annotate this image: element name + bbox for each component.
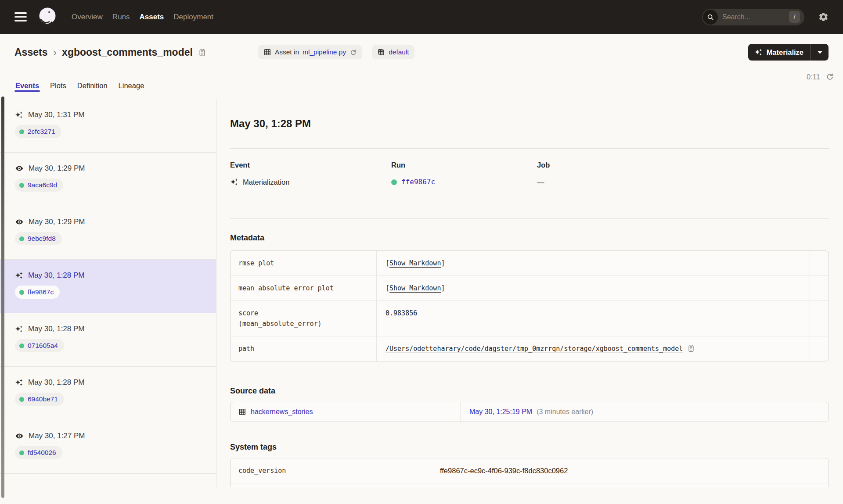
job-value: —: [537, 176, 829, 188]
run-id-text: 6940be71: [28, 395, 58, 403]
nav-link-runs[interactable]: Runs: [112, 13, 130, 21]
source-time-note: (3 minutes earlier): [537, 408, 593, 416]
system-tag-value-cell: ffe9867c-ec9c-4f06-939c-f8dc830c0962: [431, 458, 829, 483]
run-id-text: 9ebc9fd8: [28, 235, 56, 243]
event-list-item[interactable]: May 30, 1:29 PM9ebc9fd8: [0, 206, 216, 260]
show-markdown-link[interactable]: Show Markdown: [389, 259, 441, 267]
metadata-text-value: 0.983856: [385, 308, 417, 318]
run-status-dot: [19, 450, 24, 455]
observation-icon: [15, 432, 24, 440]
run-id-link[interactable]: 6940be71: [15, 393, 64, 406]
system-tag-value: ffe9867c-ec9c-4f06-939c-f8dc830c0962: [440, 465, 568, 476]
tab-events[interactable]: Events: [14, 82, 40, 99]
copy-asset-name-icon[interactable]: [198, 48, 206, 57]
asset-name: xgboost_comments_model: [62, 46, 193, 58]
run-status-dot: [19, 129, 24, 134]
event-list-item[interactable]: May 30, 1:31 PM2cfc3271: [0, 99, 216, 153]
run-status-dot: [391, 179, 397, 185]
divider: [230, 148, 829, 149]
event-timestamp: May 30, 1:29 PM: [29, 164, 85, 173]
run-status-dot: [19, 290, 24, 295]
event-list-item[interactable]: May 30, 1:27 PMfd540026: [0, 420, 216, 474]
code-location-badge: Asset in ml_pipeline.py: [258, 45, 362, 59]
run-id-text: ffe9867c: [28, 288, 54, 296]
tab-plots[interactable]: Plots: [49, 82, 67, 99]
refresh-icon[interactable]: [825, 72, 834, 81]
run-id-link[interactable]: ffe9867c: [15, 286, 60, 299]
run-id-link[interactable]: 9aca6c9d: [15, 179, 63, 192]
copy-path-icon[interactable]: [687, 344, 695, 352]
job-column-label: Job: [537, 160, 829, 170]
row-end-cell: [810, 301, 829, 336]
source-asset-link[interactable]: hackernews_stories: [251, 408, 313, 416]
run-link[interactable]: ffe9867c: [401, 176, 435, 188]
tab-lineage[interactable]: Lineage: [118, 82, 145, 99]
system-tags-table: code_versionffe9867c-ec9c-4f06-939c-f8dc…: [230, 458, 829, 487]
path-link[interactable]: /Users/odetteharary/code/dagster/tmp_0mz…: [385, 343, 683, 354]
event-list-item[interactable]: May 30, 1:29 PM9aca6c9d: [0, 153, 216, 206]
run-id-link[interactable]: fd540026: [15, 446, 62, 459]
metadata-value: 0.983856: [377, 301, 810, 336]
event-list-item[interactable]: May 30, 1:28 PM071605a4: [0, 313, 216, 367]
materialization-icon: [15, 111, 23, 119]
metadata-heading: Metadata: [230, 232, 829, 243]
run-status-dot: [19, 183, 24, 188]
event-list-item[interactable]: May 30, 1:28 PMffe9867c: [0, 260, 216, 313]
run-id-link[interactable]: 2cfc3271: [15, 125, 61, 138]
observation-icon: [15, 218, 24, 226]
menu-icon[interactable]: [14, 12, 27, 21]
materialization-icon: [15, 325, 23, 333]
materialize-label: Materialize: [767, 48, 803, 57]
event-list-item[interactable]: May 30, 1:28 PM6940be71: [0, 367, 216, 420]
source-time-cell: May 30, 1:25:19 PM(3 minutes earlier): [461, 402, 829, 422]
breadcrumb-separator: ›: [53, 48, 57, 57]
asset-group-badge: default: [372, 45, 414, 59]
system-tag-row-partial: [231, 483, 829, 487]
system-tags-heading: System tags: [230, 441, 829, 453]
source-data-heading: Source data: [230, 385, 829, 397]
metadata-key: path: [231, 336, 377, 361]
event-list: May 30, 1:31 PM2cfc3271May 30, 1:29 PM9a…: [0, 99, 216, 487]
source-data-row: hackernews_storiesMay 30, 1:25:19 PM(3 m…: [231, 402, 829, 422]
asset-grid-icon: [263, 48, 271, 56]
bracket: ]: [441, 284, 445, 292]
run-status-dot: [19, 236, 24, 241]
run-status-dot: [19, 343, 24, 348]
nav-link-assets[interactable]: Assets: [140, 13, 164, 21]
system-tag-row: code_versionffe9867c-ec9c-4f06-939c-f8dc…: [231, 458, 829, 483]
code-location-link[interactable]: ml_pipeline.py: [303, 48, 346, 56]
source-data-table: hackernews_storiesMay 30, 1:25:19 PM(3 m…: [230, 402, 829, 422]
sparkle-icon: [754, 48, 763, 57]
bracket: [: [385, 259, 389, 267]
materialize-button[interactable]: Materialize: [748, 44, 829, 61]
source-materialization-time-link[interactable]: May 30, 1:25:19 PM: [469, 408, 532, 416]
metadata-row: mean_absolute_error plot[Show Markdown]: [231, 275, 829, 300]
nav-link-overview[interactable]: Overview: [72, 13, 103, 21]
asset-header: Assets › xgboost_comments_model Asset in…: [0, 43, 843, 99]
event-timestamp: May 30, 1:29 PM: [29, 218, 85, 226]
row-end-cell: [810, 276, 829, 300]
asset-group-link[interactable]: default: [389, 48, 409, 56]
nav-link-deployment[interactable]: Deployment: [173, 13, 213, 21]
materialization-icon: [15, 379, 23, 387]
top-navigation-bar: OverviewRunsAssetsDeployment Search... /: [0, 0, 843, 34]
source-asset-cell: hackernews_stories: [231, 402, 461, 422]
reload-location-icon[interactable]: [349, 49, 357, 56]
asset-grid-icon: [238, 408, 246, 416]
system-tag-key: code_version: [231, 458, 431, 483]
run-id-link[interactable]: 9ebc9fd8: [15, 232, 62, 245]
scrollbar[interactable]: [1, 97, 4, 498]
search-icon: [703, 10, 718, 25]
run-id-link[interactable]: 071605a4: [15, 339, 64, 352]
search-input[interactable]: Search... /: [702, 9, 804, 25]
divider: [230, 218, 829, 219]
show-markdown-link[interactable]: Show Markdown: [389, 284, 441, 292]
run-status-dot: [19, 397, 24, 402]
dagster-logo[interactable]: [37, 7, 58, 28]
metadata-key: score (mean_absolute_error): [231, 301, 377, 336]
event-type-value: Materialization: [243, 176, 289, 188]
breadcrumb-assets-link[interactable]: Assets: [14, 46, 47, 58]
tab-definition[interactable]: Definition: [76, 82, 108, 99]
settings-gear-icon[interactable]: [818, 12, 829, 22]
materialize-dropdown-caret[interactable]: [811, 44, 829, 61]
